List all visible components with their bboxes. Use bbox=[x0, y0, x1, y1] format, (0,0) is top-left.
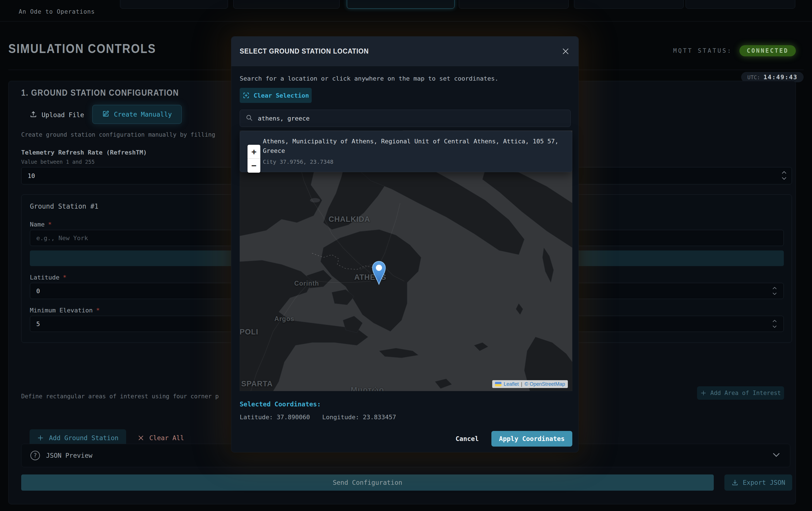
selected-coordinates-value: Latitude: 37.890060 Longitude: 23.833457 bbox=[240, 414, 396, 421]
apply-coordinates-button[interactable]: Apply Coordinates bbox=[491, 431, 572, 447]
refresh-rate-stepper[interactable] bbox=[782, 171, 787, 180]
ground-station-section-heading: 1. GROUND STATION CONFIGURATION bbox=[21, 88, 179, 98]
refresh-rate-help: Value between 1 and 255 bbox=[21, 159, 95, 165]
ground-station-card-title: Ground Station #1 bbox=[30, 203, 98, 210]
ukraine-flag-icon bbox=[495, 382, 501, 386]
add-area-of-interest-label: Add Area of Interest bbox=[710, 390, 781, 396]
chevron-down-icon bbox=[782, 177, 787, 180]
latitude-label: Latitude* bbox=[30, 274, 66, 281]
selected-coordinates-label: Selected Coordinates: bbox=[240, 400, 321, 408]
required-asterisk: * bbox=[63, 274, 66, 281]
chevron-down-icon bbox=[773, 453, 780, 458]
top-tab-1[interactable] bbox=[120, 0, 228, 9]
app-name: An Ode to Operations bbox=[19, 8, 95, 15]
json-preview-label: JSON Preview bbox=[46, 452, 92, 459]
modal-instruction: Search for a location or click anywhere … bbox=[240, 75, 498, 82]
min-elevation-stepper[interactable] bbox=[772, 320, 777, 328]
name-label: Name* bbox=[30, 221, 52, 228]
top-tab-2[interactable] bbox=[233, 0, 340, 9]
add-area-of-interest-button[interactable]: Add Area of Interest bbox=[697, 386, 784, 400]
location-search-input[interactable] bbox=[253, 110, 570, 127]
edit-icon bbox=[102, 110, 109, 119]
search-result-meta: City 37.9756, 23.7348 bbox=[263, 158, 564, 165]
create-config-description: Create ground station configuration manu… bbox=[21, 131, 215, 138]
map-label-sparta: SPARTA bbox=[241, 380, 273, 388]
map-label-myrtoo: Μυρτώο bbox=[351, 386, 384, 391]
map-marker-pin[interactable] bbox=[370, 260, 388, 285]
chevron-up-icon bbox=[782, 171, 787, 174]
top-tab-3-active[interactable] bbox=[347, 0, 455, 9]
modal-header: SELECT GROUND STATION LOCATION bbox=[231, 36, 578, 66]
search-result-title: Athens, Municipality of Athens, Regional… bbox=[263, 137, 564, 156]
select-location-modal: SELECT GROUND STATION LOCATION Search fo… bbox=[231, 36, 579, 452]
clear-all-label: Clear All bbox=[149, 434, 184, 442]
create-manually-button[interactable]: Create Manually bbox=[92, 105, 182, 124]
map-label-tripoli: TRIPOLI bbox=[240, 328, 258, 336]
required-asterisk: * bbox=[96, 307, 99, 314]
chevron-down-icon bbox=[772, 292, 777, 295]
send-configuration-button[interactable]: Send Configuration bbox=[21, 475, 714, 491]
export-json-label: Export JSON bbox=[743, 479, 785, 486]
upload-file-button[interactable]: Upload File bbox=[30, 107, 84, 123]
chevron-up-icon bbox=[772, 287, 777, 290]
chevron-down-icon bbox=[772, 325, 777, 328]
download-icon bbox=[731, 479, 738, 486]
zoom-out-button[interactable]: − bbox=[248, 159, 260, 173]
map-zoom-control: + − bbox=[248, 145, 260, 173]
mqtt-status-label: MQTT STATUS: bbox=[673, 48, 732, 54]
add-ground-station-label: Add Ground Station bbox=[49, 434, 118, 442]
latitude-stepper[interactable] bbox=[772, 287, 777, 295]
upload-icon bbox=[30, 111, 37, 119]
clear-selection-label: Clear Selection bbox=[254, 92, 309, 99]
selected-latitude: Latitude: 37.890060 bbox=[240, 414, 310, 421]
selected-longitude: Longitude: 23.833457 bbox=[322, 414, 396, 421]
create-manually-label: Create Manually bbox=[114, 111, 172, 118]
page-title: SIMULATION CONTROLS bbox=[8, 41, 156, 56]
map-attribution: Leaflet | © OpenStreetMap bbox=[492, 380, 568, 388]
modal-title: SELECT GROUND STATION LOCATION bbox=[240, 47, 369, 56]
map-label-chalkida: CHALKIDA bbox=[329, 215, 370, 224]
required-asterisk: * bbox=[48, 221, 52, 228]
mqtt-status: MQTT STATUS: CONNECTED bbox=[673, 45, 796, 56]
min-elevation-label: Minimum Elevation* bbox=[30, 307, 99, 314]
clear-selection-button[interactable]: Clear Selection bbox=[240, 88, 312, 103]
question-icon: ? bbox=[30, 451, 40, 460]
top-tab-5[interactable] bbox=[574, 0, 684, 9]
utc-label: UTC: bbox=[747, 74, 760, 80]
map-label-argos: Argos bbox=[274, 315, 294, 323]
top-tab-6[interactable] bbox=[686, 0, 795, 9]
chevron-up-icon bbox=[772, 320, 777, 323]
map-label-corinth: Corinth bbox=[294, 280, 319, 287]
crosshair-icon bbox=[242, 92, 250, 99]
openstreetmap-link[interactable]: © OpenStreetMap bbox=[525, 381, 565, 387]
plus-icon bbox=[37, 434, 44, 441]
mqtt-status-badge: CONNECTED bbox=[740, 45, 796, 56]
top-bar: An Ode to Operations bbox=[0, 0, 812, 22]
search-result-item[interactable]: Athens, Municipality of Athens, Regional… bbox=[240, 131, 572, 172]
plus-icon bbox=[700, 390, 706, 396]
upload-file-label: Upload File bbox=[41, 111, 84, 119]
area-of-interest-description: Define rectangular areas of interest usi… bbox=[21, 393, 219, 400]
leaflet-link[interactable]: Leaflet bbox=[504, 381, 519, 387]
cancel-button[interactable]: Cancel bbox=[446, 431, 488, 447]
search-icon bbox=[245, 114, 253, 122]
attribution-separator: | bbox=[521, 381, 522, 387]
zoom-in-button[interactable]: + bbox=[248, 145, 260, 159]
refresh-rate-label: Telemetry Refresh Rate (RefreshTM) bbox=[21, 149, 147, 156]
utc-time: 14:49:43 bbox=[763, 73, 798, 81]
x-icon bbox=[138, 434, 144, 441]
location-search-box bbox=[240, 110, 571, 127]
top-tab-4[interactable] bbox=[459, 0, 569, 9]
close-icon[interactable] bbox=[561, 47, 570, 56]
screen: An Ode to Operations SIMULATION CONTROLS… bbox=[0, 0, 812, 511]
export-json-button[interactable]: Export JSON bbox=[724, 475, 792, 491]
